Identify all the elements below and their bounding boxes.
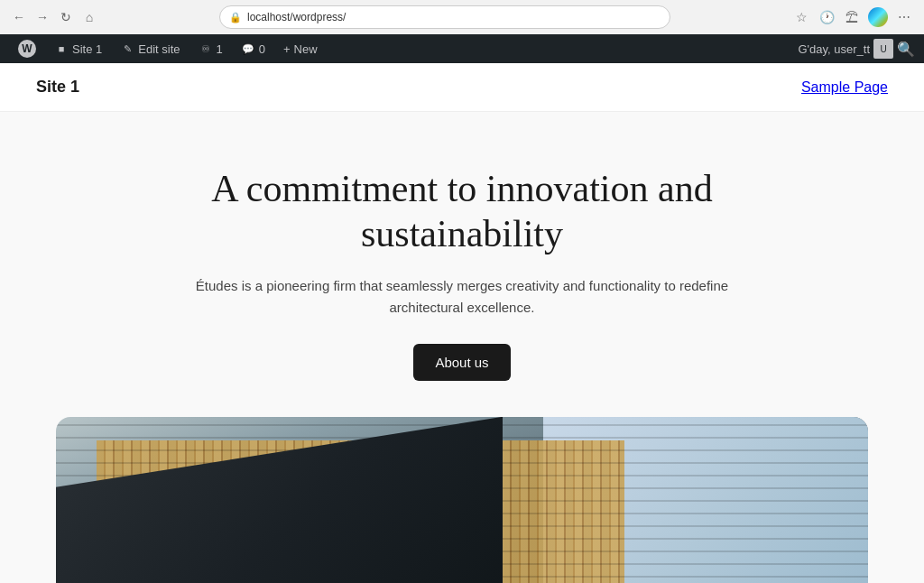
search-button[interactable]: 🔍 bbox=[897, 41, 915, 58]
site-icon: ■ bbox=[54, 42, 69, 56]
history-button[interactable]: 🕐 bbox=[818, 8, 836, 26]
comments-button[interactable]: 💬 0 bbox=[232, 34, 274, 63]
wp-admin-bar: W ■ Site 1 ✎ Edit site ♾ 1 💬 0 + New G'd… bbox=[0, 34, 924, 63]
site-navigation: Sample Page bbox=[801, 79, 888, 96]
hero-title: A commitment to innovation and sustainab… bbox=[182, 166, 742, 257]
wp-logo-button[interactable]: W bbox=[9, 34, 45, 63]
greeting-text: G'day, user_tt bbox=[798, 42, 870, 56]
revisions-count: 1 bbox=[217, 42, 223, 56]
edit-site-label: Edit site bbox=[138, 42, 180, 56]
hero-subtitle: Études is a pioneering firm that seamles… bbox=[182, 275, 742, 319]
hero-section: A commitment to innovation and sustainab… bbox=[146, 112, 778, 417]
about-us-button[interactable]: About us bbox=[413, 344, 510, 381]
plus-icon: + bbox=[283, 42, 291, 56]
building-photo bbox=[56, 417, 868, 583]
site-name-label: Site 1 bbox=[72, 42, 102, 56]
wordpress-logo: W bbox=[18, 40, 36, 58]
browser-chrome: ← → ↻ ⌂ 🔒 localhost/wordpress/ ☆ 🕐 ⛱ ⋯ bbox=[0, 0, 924, 34]
browser-actions: ☆ 🕐 ⛱ ⋯ bbox=[792, 7, 913, 27]
site-logo-title[interactable]: Site 1 bbox=[36, 78, 79, 97]
user-avatar[interactable]: U bbox=[873, 39, 893, 59]
refresh-button[interactable]: ↻ bbox=[58, 9, 74, 25]
bookmark-button[interactable]: ☆ bbox=[792, 8, 810, 26]
edit-icon: ✎ bbox=[120, 42, 134, 56]
hero-image bbox=[56, 417, 868, 583]
address-bar[interactable]: 🔒 localhost/wordpress/ bbox=[219, 5, 670, 29]
revisions-button[interactable]: ♾ 1 bbox=[189, 34, 232, 63]
admin-greeting: G'day, user_tt U 🔍 bbox=[798, 39, 915, 59]
edit-site-button[interactable]: ✎ Edit site bbox=[111, 34, 189, 63]
home-button[interactable]: ⌂ bbox=[81, 9, 97, 25]
url-text: localhost/wordpress/ bbox=[247, 11, 346, 23]
extensions-button[interactable]: ⛱ bbox=[843, 8, 861, 26]
comments-count: 0 bbox=[259, 42, 265, 56]
site-name-button[interactable]: ■ Site 1 bbox=[45, 34, 111, 63]
lock-icon: 🔒 bbox=[229, 12, 242, 23]
forward-button[interactable]: → bbox=[34, 9, 51, 25]
site-header: Site 1 Sample Page bbox=[0, 63, 924, 112]
sample-page-link[interactable]: Sample Page bbox=[801, 79, 888, 95]
edge-download-button[interactable] bbox=[868, 7, 888, 27]
revision-icon: ♾ bbox=[199, 42, 213, 56]
main-content: A commitment to innovation and sustainab… bbox=[0, 112, 924, 583]
more-button[interactable]: ⋯ bbox=[895, 8, 913, 26]
new-content-button[interactable]: + New bbox=[274, 34, 327, 63]
back-button[interactable]: ← bbox=[11, 9, 27, 25]
comment-icon: 💬 bbox=[241, 42, 255, 56]
new-label: New bbox=[294, 42, 318, 56]
